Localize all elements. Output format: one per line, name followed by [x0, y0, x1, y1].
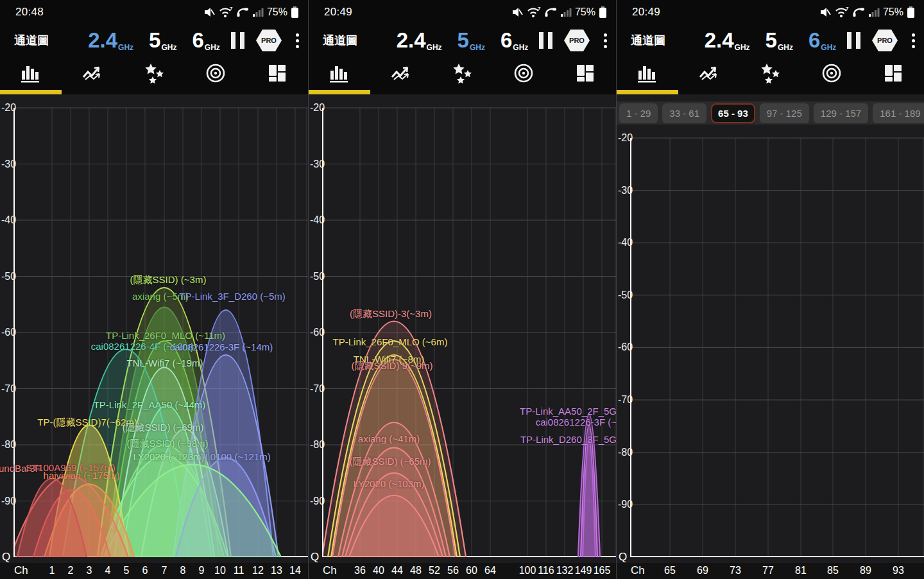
wifi-7-icon: 7 [219, 6, 233, 19]
signal-strength-icon [868, 6, 880, 18]
x-axis-title: Ch [14, 563, 28, 578]
tab-access-points[interactable] [801, 56, 862, 90]
y-axis-bottom-label: Q [2, 551, 10, 564]
network-label: (隱藏SSID) (~65m) [349, 456, 431, 468]
channel-tick: 8 [180, 563, 186, 578]
tab-access-points[interactable] [493, 56, 554, 90]
network-label: (隱藏SSID)-3(~3m) [350, 308, 432, 320]
network-label: TP-Link_AA50_2F_5G [520, 406, 617, 417]
pro-badge[interactable]: PRO [872, 29, 898, 52]
y-axis-label: -60 [310, 327, 325, 338]
band-tab-5ghz[interactable]: 5GHz [766, 28, 793, 53]
tab-overview[interactable] [554, 56, 616, 90]
battery-icon [907, 6, 915, 19]
y-axis-label: -60 [1, 327, 16, 338]
band-tab-5ghz[interactable]: 5GHz [149, 28, 176, 53]
selected-tab-underline [617, 90, 678, 94]
panel-6ghz: 20:49 7 75% 通道圖 2.4GHz5GHz6GHz PRO 1 - 2… [616, 0, 924, 579]
overflow-menu-button[interactable] [909, 31, 918, 51]
battery-icon [599, 6, 607, 19]
mute-icon [511, 6, 524, 19]
channel-graph-24ghz[interactable]: -20-30-40-50-60-70-80-90Q(隱藏SSID) (~3m)a… [0, 94, 308, 563]
chip-97-125[interactable]: 97 - 125 [760, 103, 809, 123]
pause-button[interactable] [847, 32, 860, 49]
tab-overview[interactable] [246, 56, 308, 90]
tab-bar [309, 56, 616, 90]
band-tab-5ghz[interactable]: 5GHz [458, 28, 485, 53]
y-axis-label: -90 [310, 496, 325, 507]
y-axis-label: -40 [1, 214, 16, 226]
battery-percent: 75% [267, 6, 287, 18]
tab-time-graph[interactable] [62, 56, 123, 90]
status-icons: 7 75% [511, 6, 607, 19]
pro-badge[interactable]: PRO [256, 29, 282, 52]
tab-time-graph[interactable] [370, 56, 432, 90]
tab-rating[interactable] [740, 56, 801, 90]
channel-tick: 73 [730, 563, 741, 578]
chip-1-29[interactable]: 1 - 29 [619, 103, 658, 123]
channel-tick: 4 [105, 563, 111, 578]
status-icons: 7 75% [203, 6, 299, 19]
x-axis-24ghz: Ch1234567891011121314 [0, 563, 308, 579]
y-axis-label: -70 [310, 383, 325, 395]
band-tab-6ghz[interactable]: 6GHz [501, 28, 528, 53]
y-axis-label: -50 [618, 290, 633, 301]
tab-rating[interactable] [432, 56, 493, 90]
network-label: TP-Link_26F0_MLO (~6m) [333, 336, 448, 347]
channel-tick: 11 [234, 563, 244, 578]
band-tab-24ghz[interactable]: 2.4GHz [88, 28, 133, 53]
chip-129-157[interactable]: 129 - 157 [814, 103, 868, 123]
channel-range-chips: 1 - 2933 - 6165 - 9397 - 125129 - 157161… [617, 101, 924, 125]
y-axis-label: -70 [618, 394, 633, 406]
tab-channel-graph-selected[interactable] [309, 56, 370, 90]
band-tab-24ghz[interactable]: 2.4GHz [397, 28, 442, 53]
selected-tab-underline [309, 90, 370, 94]
panel-5ghz: 20:49 7 75% 通道圖 2.4GHz5GHz6GHz PRO -20-3… [308, 0, 616, 579]
y-axis-label: -60 [618, 341, 633, 353]
channel-tick: 48 [410, 563, 422, 578]
y-axis-label: -80 [310, 439, 325, 451]
channel-tick: 6 [142, 563, 148, 578]
tab-overview[interactable] [862, 56, 924, 90]
tab-channel-graph-selected[interactable] [617, 56, 678, 90]
channel-tick: 52 [429, 563, 440, 578]
tab-access-points[interactable] [185, 56, 246, 90]
channel-tick: 12 [252, 563, 264, 578]
channel-tick: 77 [762, 563, 774, 578]
network-label: TP-Link_2F_AA50 (~44m) [94, 399, 206, 410]
y-axis-label: -20 [618, 132, 633, 144]
overflow-menu-button[interactable] [601, 31, 610, 51]
channel-tick: 1 [49, 563, 55, 578]
band-tab-6ghz[interactable]: 6GHz [809, 28, 836, 53]
band-tab-24ghz[interactable]: 2.4GHz [705, 28, 750, 53]
tab-rating[interactable] [123, 56, 185, 90]
pause-button[interactable] [231, 32, 244, 49]
channel-tick: 89 [860, 563, 871, 578]
status-time: 20:49 [324, 6, 352, 19]
overflow-menu-button[interactable] [293, 31, 302, 51]
channel-graph-6ghz[interactable]: 1 - 2933 - 6165 - 9397 - 125129 - 157161… [617, 94, 924, 563]
app-header: 通道圖 2.4GHz5GHz6GHz PRO [309, 24, 616, 56]
svg-text:7: 7 [230, 6, 233, 12]
network-label: TL0100 (~121m) [199, 451, 270, 462]
app-header: 通道圖 2.4GHz5GHz6GHz PRO [0, 24, 308, 56]
chip-161-189[interactable]: 161 - 189 [873, 103, 924, 123]
network-label: (隱藏SSID) (~69m) [122, 422, 203, 434]
pro-badge[interactable]: PRO [564, 29, 590, 52]
y-axis-label: -30 [310, 159, 325, 170]
chip-33-61[interactable]: 33 - 61 [662, 103, 706, 123]
tab-time-graph[interactable] [678, 56, 740, 90]
y-axis-label: -90 [1, 496, 16, 507]
channel-graph-5ghz[interactable]: -20-30-40-50-60-70-80-90Q(隱藏SSID)-3(~3m)… [309, 94, 617, 563]
pause-button[interactable] [539, 32, 552, 49]
tab-channel-graph-selected[interactable] [0, 56, 62, 90]
status-bar: 20:49 7 75% [617, 0, 924, 24]
y-axis-label: -80 [1, 439, 16, 451]
selected-tab-underline [0, 90, 62, 94]
y-axis-bottom-label: Q [311, 551, 319, 564]
chip-65-93[interactable]: 65 - 93 [711, 103, 755, 123]
network-label: axiang (~41m) [358, 433, 420, 444]
channel-tick: 56 [447, 563, 459, 578]
band-tab-6ghz[interactable]: 6GHz [192, 28, 219, 53]
battery-icon [291, 6, 299, 19]
